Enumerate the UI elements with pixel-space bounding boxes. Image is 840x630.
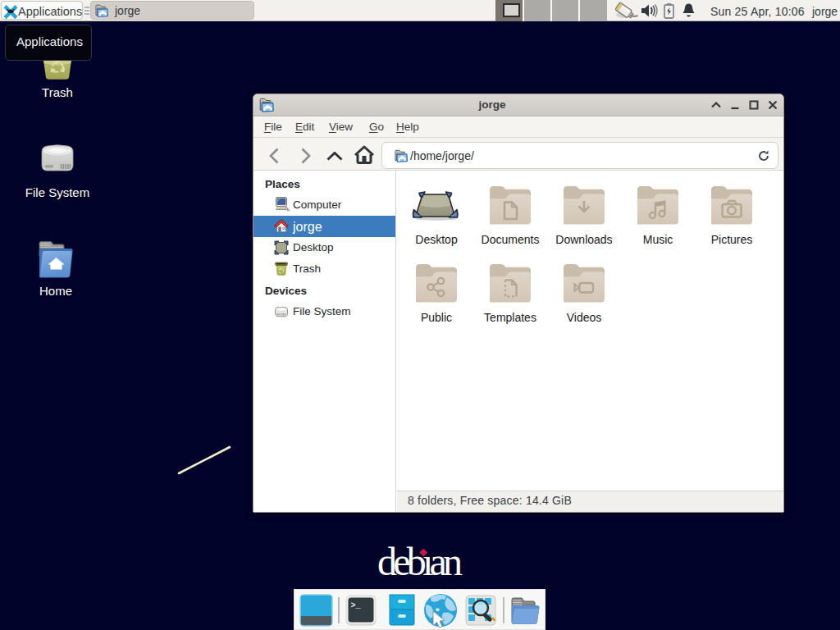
- svg-text:>_: >_: [351, 601, 362, 610]
